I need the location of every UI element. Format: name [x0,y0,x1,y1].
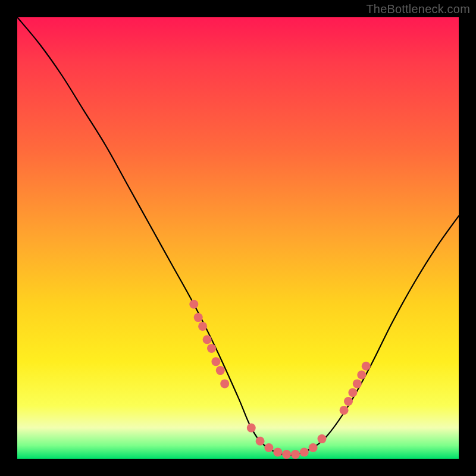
highlight-dot [264,443,273,452]
highlight-dot [207,344,216,353]
highlight-dot [348,388,357,397]
highlight-dot [282,450,291,459]
highlight-dot [194,313,203,322]
highlight-dot [340,406,349,415]
highlight-dot [220,379,229,388]
highlight-dot [247,424,256,433]
highlight-dot [300,447,309,456]
highlight-dot [357,371,366,380]
highlight-dot [216,366,225,375]
highlight-dot [189,300,198,309]
highlight-dot [256,437,265,446]
bottleneck-curve-path [17,17,459,455]
highlight-dot [203,335,212,344]
highlight-dot [353,379,362,388]
highlight-dot [211,357,220,366]
highlight-dot [309,443,318,452]
highlight-dot [291,450,300,459]
highlight-dots [189,300,370,459]
highlight-dot [362,362,371,371]
highlight-dot [198,322,207,331]
highlight-dot [273,447,282,456]
highlight-dot [318,434,327,443]
curve-svg [17,17,459,459]
highlight-dot [344,397,353,406]
plot-area [17,17,459,459]
watermark-text: TheBottleneck.com [366,2,470,16]
chart-frame: TheBottleneck.com [0,0,476,476]
